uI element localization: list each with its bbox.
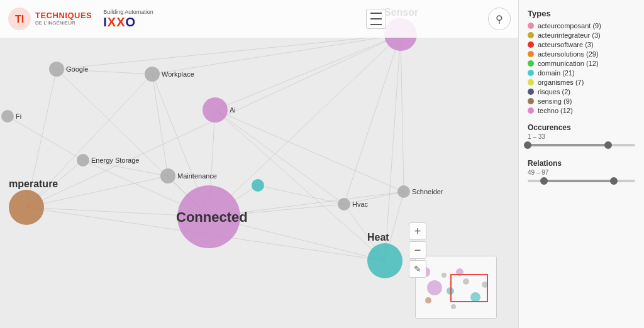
svg-line-6: [385, 35, 401, 261]
svg-text:Hvac: Hvac: [352, 200, 369, 208]
svg-line-20: [57, 69, 209, 217]
type-dot: [528, 98, 534, 104]
type-dot: [528, 23, 534, 29]
relations-range: 49 – 97: [528, 169, 635, 176]
type-name: organismes (7): [538, 79, 584, 86]
edit-button[interactable]: ✎: [409, 260, 426, 278]
type-item[interactable]: risques (2): [528, 88, 635, 96]
ti-name: TECHNIQUES: [35, 11, 92, 20]
svg-point-67: [441, 273, 447, 278]
menu-button[interactable]: [366, 9, 386, 29]
right-panel: Types acteurcomposant (9)acteurintegrate…: [518, 0, 644, 328]
svg-line-9: [57, 35, 401, 69]
svg-point-70: [451, 304, 456, 309]
hamburger-icon: [370, 18, 382, 19]
graph-area[interactable]: TI TECHNIQUES DE L'INGÉNIEUR Building Au…: [0, 0, 518, 328]
types-title: Types: [528, 9, 635, 18]
type-item[interactable]: domain (21): [528, 69, 635, 77]
type-dot: [528, 89, 534, 95]
hamburger-icon: [370, 13, 382, 14]
relations-slider-track[interactable]: [528, 180, 635, 182]
svg-line-4: [401, 35, 404, 192]
svg-point-62: [427, 280, 442, 295]
type-name: communication (12): [538, 60, 599, 67]
svg-point-46: [77, 154, 89, 167]
type-list: acteurcomposant (9)acteurintegrateur (3)…: [528, 22, 635, 114]
occurences-slider-thumb-right[interactable]: [604, 141, 612, 149]
svg-text:Energy Storage: Energy Storage: [91, 156, 139, 164]
relations-section: Relations 49 – 97: [528, 159, 635, 186]
svg-text:mperature: mperature: [9, 178, 58, 189]
svg-point-48: [160, 168, 175, 183]
occurences-slider-track[interactable]: [528, 144, 635, 146]
search-button[interactable]: ⚲: [488, 8, 511, 30]
svg-text:Maintenance: Maintenance: [177, 172, 217, 180]
svg-point-54: [252, 179, 264, 192]
svg-text:Ai: Ai: [230, 106, 236, 114]
svg-point-59: [367, 243, 402, 278]
relations-slider-thumb-right[interactable]: [610, 177, 618, 185]
svg-text:Google: Google: [66, 65, 88, 73]
type-dot: [528, 107, 534, 114]
occurences-title: Occurences: [528, 123, 635, 132]
zoom-controls: + − ✎: [409, 222, 426, 278]
type-item[interactable]: techno (12): [528, 107, 635, 114]
header: TI TECHNIQUES DE L'INGÉNIEUR Building Au…: [0, 0, 518, 38]
ixxo-title: IXXO: [103, 15, 136, 30]
relations-slider-fill: [544, 180, 614, 182]
type-name: domain (21): [538, 69, 575, 77]
type-name: acteurintegrateur (3): [538, 31, 601, 39]
type-item[interactable]: acteurcomposant (9): [528, 22, 635, 30]
type-name: sensing (9): [538, 97, 572, 105]
hamburger-icon: [370, 24, 382, 25]
svg-point-57: [397, 185, 410, 198]
type-item[interactable]: acteurintegrateur (3): [528, 31, 635, 39]
svg-point-52: [9, 190, 44, 225]
occurences-slider-thumb-left[interactable]: [524, 141, 531, 149]
type-name: techno (12): [538, 107, 573, 114]
type-item[interactable]: sensing (9): [528, 97, 635, 105]
svg-line-11: [215, 110, 385, 261]
type-item[interactable]: acteursoftware (3): [528, 41, 635, 48]
svg-point-42: [203, 97, 228, 123]
svg-point-38: [49, 62, 64, 77]
occurences-section: Occurences 1 – 33: [528, 123, 635, 150]
type-dot: [528, 51, 534, 57]
svg-line-30: [152, 74, 168, 176]
type-dot: [528, 70, 534, 76]
type-dot: [528, 60, 534, 67]
svg-text:Schneider: Schneider: [412, 188, 443, 195]
types-section: Types acteurcomposant (9)acteurintegrate…: [528, 9, 635, 114]
relations-slider-thumb-left[interactable]: [540, 177, 548, 185]
svg-line-32: [8, 116, 83, 160]
zoom-out-button[interactable]: −: [409, 241, 426, 259]
ti-subtitle: DE L'INGÉNIEUR: [35, 21, 92, 26]
svg-line-3: [215, 35, 401, 110]
minimap: [415, 256, 497, 319]
type-name: acteursoftware (3): [538, 41, 594, 48]
ixxo-subtitle: Building Automation: [103, 9, 153, 15]
svg-point-55: [338, 198, 350, 210]
svg-line-12: [215, 110, 404, 192]
relations-title: Relations: [528, 159, 635, 168]
type-item[interactable]: acteursolutions (29): [528, 50, 635, 58]
type-dot: [528, 79, 534, 85]
logo-ti: TI TECHNIQUES DE L'INGÉNIEUR: [8, 7, 92, 31]
zoom-in-button[interactable]: +: [409, 222, 426, 240]
ti-text: TECHNIQUES DE L'INGÉNIEUR: [35, 11, 92, 26]
minimap-viewport: [450, 274, 488, 302]
type-dot: [528, 41, 534, 48]
type-name: acteursolutions (29): [538, 50, 599, 58]
type-name: acteurcomposant (9): [538, 22, 601, 30]
svg-line-5: [344, 35, 401, 204]
svg-text:Fi: Fi: [16, 112, 21, 120]
svg-line-8: [152, 35, 401, 74]
type-item[interactable]: communication (12): [528, 60, 635, 67]
svg-text:Heat: Heat: [367, 232, 389, 243]
type-dot: [528, 32, 534, 38]
search-icon: ⚲: [496, 13, 503, 25]
svg-point-66: [425, 297, 431, 303]
svg-text:Connected: Connected: [176, 209, 248, 225]
type-item[interactable]: organismes (7): [528, 79, 635, 86]
svg-point-40: [145, 67, 160, 82]
